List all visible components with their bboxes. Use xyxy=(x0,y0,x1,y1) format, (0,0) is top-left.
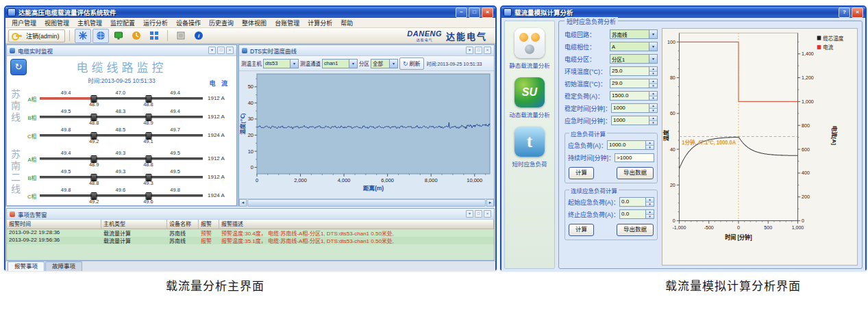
panel-close-icon[interactable]: × xyxy=(226,47,234,54)
spin-down-icon[interactable]: ▾ xyxy=(649,108,657,113)
dynamic-analysis-icon[interactable]: SU xyxy=(514,77,545,107)
panel-maximize-icon[interactable]: □ xyxy=(217,47,225,54)
dts-host-select[interactable]: dts53 ▾ xyxy=(263,59,299,68)
tab-item[interactable]: 故障事项 xyxy=(45,261,82,271)
scroll-right-arrow[interactable]: ► xyxy=(486,199,494,207)
spinner[interactable]: 1000▴▾ xyxy=(611,116,658,125)
snowflake-icon[interactable] xyxy=(75,29,91,43)
restore-button[interactable]: □ xyxy=(469,8,480,18)
menu-item[interactable]: 主机管理 xyxy=(73,18,106,27)
menu-item[interactable]: 监控配置 xyxy=(106,18,139,27)
spinner[interactable]: 25.0▴▾ xyxy=(610,66,658,76)
sidebar-item[interactable]: 静态载流量分析 xyxy=(509,28,550,69)
menu-item[interactable]: 台账管理 xyxy=(271,18,303,27)
sim-chart[interactable]: 02040608010002004006008001,0001,2001,400… xyxy=(662,29,857,265)
spin-down-icon[interactable]: ▾ xyxy=(646,145,654,150)
spin-down-icon[interactable]: ▾ xyxy=(649,96,657,101)
refresh-fab-button[interactable]: ↻ xyxy=(10,59,27,75)
emergency-load-icon[interactable]: t xyxy=(514,127,545,157)
cable-row[interactable]: C相49.849.649.849.249.61924 A xyxy=(21,186,236,205)
info-icon[interactable]: i xyxy=(190,29,207,43)
alarm-row[interactable]: 2013-09-22 19:56:36载流量计算苏南线报警报警温度:35.1度，… xyxy=(7,237,494,244)
panel-close-icon[interactable]: × xyxy=(484,47,491,54)
logout-button[interactable]: 注销(admin) xyxy=(8,29,65,42)
alarm-column-header[interactable]: 报警 xyxy=(199,220,219,229)
dts-channel-select[interactable]: chan1 ▾ xyxy=(322,59,358,68)
cable-row[interactable]: C相49.848.549.749.249.11924 A xyxy=(21,126,236,144)
help-button[interactable]: ? xyxy=(839,8,850,18)
cable-row[interactable]: A相49.449.349.548.948.81912 A xyxy=(21,149,236,168)
horizontal-scrollbar[interactable]: ◄ ► xyxy=(239,198,494,207)
spin-down-icon[interactable]: ▾ xyxy=(646,202,654,207)
tab-item[interactable]: 报警事项 xyxy=(8,261,45,271)
scroll-left-arrow[interactable]: ◄ xyxy=(239,199,247,207)
close-button[interactable]: × xyxy=(852,8,863,18)
history-icon[interactable] xyxy=(128,29,145,43)
chevron-down-icon[interactable]: ▾ xyxy=(290,60,298,68)
refresh-button[interactable]: ↻ 刷新 xyxy=(399,57,424,70)
dts-chart[interactable]: 0102030405002,0004,0006,0008,00010,000温度… xyxy=(239,71,494,198)
sidebar-item[interactable]: t短时应急负荷 xyxy=(512,127,547,168)
alarm-cell-host: 载流量计算 xyxy=(101,229,167,237)
calc-button[interactable]: 计算 xyxy=(569,224,594,236)
grid-view-icon[interactable] xyxy=(146,29,162,43)
menu-item[interactable]: 整体视图 xyxy=(238,18,271,27)
globe-icon[interactable] xyxy=(92,29,109,43)
alarm-column-header[interactable]: 主机类型 xyxy=(101,220,167,229)
cable-row[interactable]: A相49.447.049.448.948.81912 A xyxy=(21,89,236,107)
menu-item[interactable]: 设备操作 xyxy=(172,18,205,27)
scroll-thumb[interactable] xyxy=(247,199,486,207)
spinner[interactable]: 1500.0▴▾ xyxy=(610,91,658,101)
panel-minimize-icon[interactable]: ▾ xyxy=(466,210,473,218)
spin-down-icon[interactable]: ▾ xyxy=(649,71,657,76)
spinner[interactable]: 0.0▴▾ xyxy=(619,209,654,219)
cable-row[interactable]: B相49.548.349.448.848.91912 A xyxy=(21,107,236,126)
menu-item[interactable]: 历史查询 xyxy=(205,18,238,27)
calc-button[interactable]: 计算 xyxy=(569,167,594,179)
monitor-icon[interactable] xyxy=(110,29,127,43)
panel-minimize-icon[interactable]: ▾ xyxy=(208,47,216,54)
cable-row[interactable]: B相49.549.349.548.849.31912 A xyxy=(21,168,236,186)
minimize-button[interactable]: − xyxy=(456,8,467,18)
close-button[interactable]: × xyxy=(482,8,493,18)
spinner[interactable]: 1000▴▾ xyxy=(611,103,658,113)
chevron-down-icon[interactable]: ▾ xyxy=(649,55,657,63)
alarm-column-header[interactable]: 报警描述 xyxy=(219,220,494,229)
chevron-down-icon[interactable]: ▾ xyxy=(349,60,357,68)
spinner[interactable]: 29.0▴▾ xyxy=(610,79,658,88)
sidebar-item[interactable]: SU动态载流量分析 xyxy=(509,77,550,118)
spin-down-icon[interactable]: ▾ xyxy=(649,83,657,88)
menu-item[interactable]: 帮助 xyxy=(336,18,357,27)
titlebar[interactable]: 达能高压电缆载流量评估系统软件 − □ × xyxy=(5,7,495,18)
spin-down-icon[interactable]: ▾ xyxy=(649,120,657,125)
dts-zone-select[interactable]: 全部 ▾ xyxy=(371,59,398,68)
panel-minimize-icon[interactable]: ▾ xyxy=(466,47,473,54)
current-column-header: 电 流 xyxy=(209,79,230,88)
alarm-row[interactable]: 2013-09-22 19:28:36载流量计算苏南线预警预警温度:30.4度，… xyxy=(7,229,494,237)
spinner[interactable]: 0.0▴▾ xyxy=(619,197,654,207)
combo-box[interactable]: A▾ xyxy=(610,42,658,51)
alarm-cell-description: 预警温度:30.4度， 电缆:苏南线-A相-分区1, DTS:dts53-cha… xyxy=(219,229,494,237)
text-field[interactable]: >1000 xyxy=(615,153,654,162)
ledger-icon[interactable] xyxy=(173,29,189,43)
menu-item[interactable]: 用户管理 xyxy=(8,18,40,27)
spinner[interactable]: 1000.0▴▾ xyxy=(607,140,654,150)
export-button[interactable]: 导出数据 xyxy=(617,167,654,179)
combo-box[interactable]: 分区1▾ xyxy=(610,54,658,64)
spin-down-icon[interactable]: ▾ xyxy=(646,214,654,219)
panel-close-icon[interactable]: × xyxy=(484,210,491,218)
combo-box[interactable]: 苏南线▾ xyxy=(610,29,658,39)
titlebar[interactable]: 载流量模拟计算分析 ? × xyxy=(501,7,865,18)
panel-maximize-icon[interactable]: □ xyxy=(475,210,482,218)
alarm-column-header[interactable]: 设备名称 xyxy=(167,220,199,229)
chevron-down-icon[interactable]: ▾ xyxy=(389,60,397,68)
menu-item[interactable]: 视图管理 xyxy=(40,18,73,27)
static-analysis-icon[interactable] xyxy=(514,28,545,58)
menu-item[interactable]: 运行分析 xyxy=(139,18,172,27)
chevron-down-icon[interactable]: ▾ xyxy=(649,30,657,38)
panel-maximize-icon[interactable]: □ xyxy=(475,47,482,54)
chevron-down-icon[interactable]: ▾ xyxy=(649,42,657,51)
menu-item[interactable]: 计算分析 xyxy=(303,18,336,27)
export-button[interactable]: 导出数据 xyxy=(617,224,654,236)
alarm-column-header[interactable]: 报警时间 xyxy=(7,220,101,229)
